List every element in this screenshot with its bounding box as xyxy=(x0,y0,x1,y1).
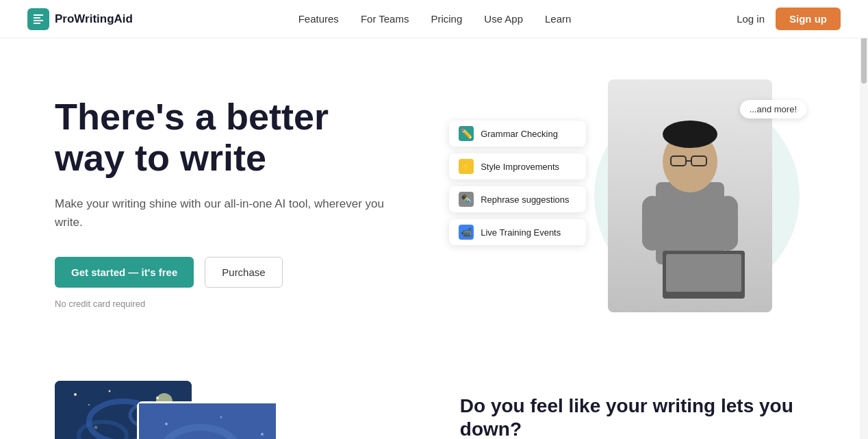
section-image-area: My idea in my head xyxy=(55,381,419,439)
nav-links: Features For Teams Pricing Use App Learn xyxy=(298,13,572,25)
nav-item-learn[interactable]: Learn xyxy=(545,13,571,25)
overlay-svg xyxy=(139,403,276,439)
hero-buttons: Get started — it's free Purchase xyxy=(55,257,411,288)
hero-right: ✏️ Grammar Checking ⚡ Style Improvements… xyxy=(449,79,813,326)
hero-title-line1: There's a better xyxy=(55,96,329,137)
style-icon: ⚡ xyxy=(459,159,474,174)
nav-item-use-app[interactable]: Use App xyxy=(484,13,523,25)
svg-point-26 xyxy=(220,416,222,418)
hero-note: No credit card required xyxy=(55,299,411,309)
feature-cards: ✏️ Grammar Checking ⚡ Style Improvements… xyxy=(449,121,586,245)
nav-item-features[interactable]: Features xyxy=(298,13,339,25)
svg-point-25 xyxy=(165,423,168,425)
rephrase-label: Rephrase suggestions xyxy=(481,195,569,205)
hero-left: There's a better way to write Make your … xyxy=(55,97,411,308)
hero-section: There's a better way to write Make your … xyxy=(0,38,868,353)
feature-card-training: 📹 Live Training Events xyxy=(449,219,586,245)
grammar-icon: ✏️ xyxy=(459,126,474,141)
get-started-button[interactable]: Get started — it's free xyxy=(55,257,194,288)
nav-link-learn[interactable]: Learn xyxy=(545,13,571,25)
svg-point-15 xyxy=(109,390,111,392)
overlay-image xyxy=(137,401,274,439)
hero-illustration: ✏️ Grammar Checking ⚡ Style Improvements… xyxy=(449,79,813,326)
nav-link-use-app[interactable]: Use App xyxy=(484,13,523,25)
navbar-actions: Log in Sign up xyxy=(737,8,841,30)
training-icon: 📹 xyxy=(459,225,474,240)
style-label: Style Improvements xyxy=(481,162,559,172)
nav-link-for-teams[interactable]: For Teams xyxy=(361,13,409,25)
section-text: Do you feel like your writing lets you d… xyxy=(460,381,813,439)
navbar: ProWritingAid Features For Teams Pricing… xyxy=(0,0,868,38)
second-section: My idea in my head Do you feel like your… xyxy=(0,353,868,439)
hero-title-line2: way to write xyxy=(55,137,266,178)
nav-link-pricing[interactable]: Pricing xyxy=(431,13,462,25)
svg-point-27 xyxy=(261,433,264,436)
svg-point-12 xyxy=(79,422,127,439)
purchase-button[interactable]: Purchase xyxy=(205,257,282,288)
svg-rect-8 xyxy=(642,196,663,251)
grammar-label: Grammar Checking xyxy=(481,129,558,139)
svg-point-18 xyxy=(88,404,90,405)
nav-link-features[interactable]: Features xyxy=(298,13,339,25)
person-svg xyxy=(622,79,758,312)
svg-rect-22 xyxy=(139,403,276,439)
hero-subtitle: Make your writing shine with our all-in-… xyxy=(55,195,411,231)
svg-rect-7 xyxy=(666,254,741,292)
login-button[interactable]: Log in xyxy=(737,13,765,25)
brand-logo-icon xyxy=(27,8,49,30)
training-label: Live Training Events xyxy=(481,227,561,238)
feature-card-style: ⚡ Style Improvements xyxy=(449,153,586,179)
brand-logo-link[interactable]: ProWritingAid xyxy=(27,8,133,30)
feature-card-rephrase: ✒️ Rephrase suggestions xyxy=(449,186,586,212)
svg-point-14 xyxy=(74,393,77,396)
section-heading: Do you feel like your writing lets you d… xyxy=(460,394,813,439)
svg-point-5 xyxy=(663,121,717,148)
signup-button[interactable]: Sign up xyxy=(776,8,841,30)
brand-name-text: ProWritingAid xyxy=(55,12,133,26)
nav-item-pricing[interactable]: Pricing xyxy=(431,13,462,25)
svg-point-16 xyxy=(156,397,159,399)
more-bubble: ...and more! xyxy=(740,100,806,118)
hero-title: There's a better way to write xyxy=(55,97,411,178)
svg-rect-9 xyxy=(717,196,738,251)
feature-card-grammar: ✏️ Grammar Checking xyxy=(449,121,586,147)
nav-item-for-teams[interactable]: For Teams xyxy=(361,13,409,25)
page-scrollbar[interactable] xyxy=(860,0,868,439)
logo-svg xyxy=(31,12,45,26)
rephrase-icon: ✒️ xyxy=(459,192,474,207)
